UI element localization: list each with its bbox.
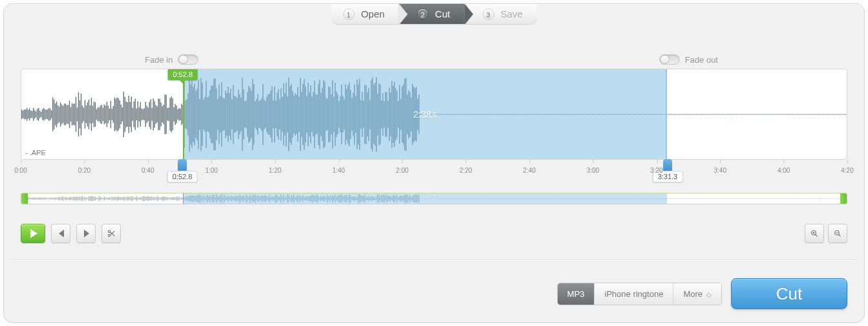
- step-number: 3: [482, 8, 494, 20]
- svg-rect-667: [63, 197, 63, 201]
- svg-rect-556: [738, 114, 739, 114]
- play-button[interactable]: [21, 224, 45, 243]
- svg-rect-713: [122, 197, 123, 199]
- svg-rect-37: [69, 101, 70, 128]
- svg-rect-585: [776, 114, 776, 114]
- overview-bar[interactable]: ⋮⋮: [21, 193, 847, 204]
- svg-rect-25: [54, 100, 54, 130]
- svg-rect-1139: [672, 199, 672, 199]
- svg-rect-94: [143, 109, 143, 120]
- svg-rect-59: [98, 107, 98, 122]
- svg-rect-639: [845, 114, 846, 114]
- svg-rect-514: [684, 114, 685, 114]
- svg-rect-753: [173, 197, 174, 201]
- svg-rect-694: [98, 197, 98, 199]
- svg-rect-701: [107, 198, 107, 200]
- format-more[interactable]: More◇: [673, 283, 721, 305]
- svg-rect-666: [61, 197, 62, 201]
- start-time-tag: 0:52.8: [167, 69, 198, 80]
- skip-forward-button[interactable]: [76, 224, 96, 243]
- format-mp3[interactable]: MP3: [558, 283, 595, 305]
- svg-rect-19: [46, 110, 47, 119]
- svg-rect-100: [151, 99, 151, 129]
- overview-cap-right[interactable]: [840, 193, 847, 204]
- svg-rect-32: [63, 106, 63, 123]
- fade-in-toggle[interactable]: [178, 54, 198, 65]
- waveform-panel[interactable]: 2:38.5 0:52.8 - .APE: [21, 69, 847, 160]
- svg-rect-520: [692, 114, 693, 114]
- svg-rect-1247: [810, 199, 811, 199]
- svg-rect-741: [158, 197, 159, 201]
- svg-rect-557: [739, 114, 740, 114]
- svg-rect-606: [803, 114, 803, 114]
- svg-rect-614: [813, 114, 814, 114]
- svg-rect-724: [136, 196, 137, 201]
- svg-rect-711: [120, 197, 120, 201]
- svg-rect-56: [94, 102, 94, 127]
- svg-rect-47: [82, 105, 83, 123]
- selection-end-handle[interactable]: 3:31.3: [663, 159, 672, 172]
- scissors-button[interactable]: [101, 224, 121, 243]
- svg-rect-63: [103, 107, 103, 121]
- svg-rect-580: [769, 114, 770, 114]
- svg-rect-1146: [681, 199, 681, 199]
- svg-rect-755: [176, 197, 176, 201]
- svg-rect-722: [134, 198, 134, 200]
- svg-rect-723: [135, 197, 136, 199]
- svg-rect-1267: [836, 199, 837, 199]
- format-iphone-ringtone[interactable]: iPhone ringtone: [594, 283, 673, 305]
- svg-rect-10: [34, 110, 35, 118]
- svg-rect-751: [171, 197, 171, 201]
- svg-rect-1238: [799, 199, 799, 199]
- svg-rect-592: [785, 114, 785, 114]
- svg-rect-1226: [783, 199, 784, 199]
- svg-rect-716: [126, 198, 127, 200]
- step-cut[interactable]: 2 Cut: [399, 4, 464, 25]
- svg-rect-79: [123, 92, 124, 137]
- skip-back-button[interactable]: [51, 224, 70, 243]
- svg-rect-681: [81, 197, 81, 200]
- svg-rect-710: [118, 197, 119, 201]
- svg-rect-608: [805, 114, 806, 114]
- svg-rect-89: [136, 109, 137, 120]
- svg-rect-568: [754, 114, 754, 114]
- svg-rect-634: [839, 114, 840, 114]
- svg-rect-582: [772, 114, 772, 114]
- svg-rect-692: [95, 197, 96, 201]
- svg-rect-596: [790, 114, 790, 114]
- svg-rect-731: [145, 197, 146, 201]
- svg-rect-505: [673, 114, 673, 114]
- svg-rect-107: [159, 99, 160, 130]
- svg-rect-1147: [682, 199, 683, 199]
- zoom-in-button[interactable]: [805, 224, 824, 243]
- selection-start-handle[interactable]: 0:52.8: [178, 159, 187, 172]
- svg-rect-586: [777, 114, 778, 114]
- step-save[interactable]: 3 Save: [464, 4, 536, 25]
- svg-rect-737: [153, 197, 154, 200]
- svg-rect-1244: [807, 199, 807, 199]
- step-open[interactable]: 1 Open: [331, 4, 399, 25]
- svg-rect-652: [43, 198, 44, 200]
- svg-rect-42: [76, 97, 76, 132]
- svg-rect-1191: [738, 199, 739, 199]
- zoom-out-button[interactable]: [828, 224, 847, 243]
- svg-rect-71: [113, 106, 114, 123]
- overview-selection[interactable]: [183, 193, 668, 204]
- svg-rect-566: [751, 114, 752, 114]
- svg-rect-704: [111, 198, 111, 200]
- svg-rect-4: [26, 108, 27, 121]
- svg-rect-1194: [742, 199, 743, 199]
- svg-rect-78: [122, 107, 123, 121]
- selection-region[interactable]: 2:38.5: [183, 69, 668, 159]
- svg-rect-1136: [668, 199, 668, 199]
- svg-rect-1176: [719, 199, 719, 199]
- fade-out-toggle[interactable]: [659, 54, 680, 65]
- svg-rect-15: [41, 112, 41, 117]
- svg-rect-576: [764, 114, 765, 114]
- overview-cap-left[interactable]: [21, 193, 28, 204]
- overview-grip-icon: ⋮⋮: [428, 195, 441, 202]
- svg-rect-1159: [697, 199, 698, 199]
- cut-button[interactable]: Cut: [731, 278, 847, 309]
- svg-rect-752: [172, 197, 173, 201]
- svg-rect-55: [92, 105, 93, 123]
